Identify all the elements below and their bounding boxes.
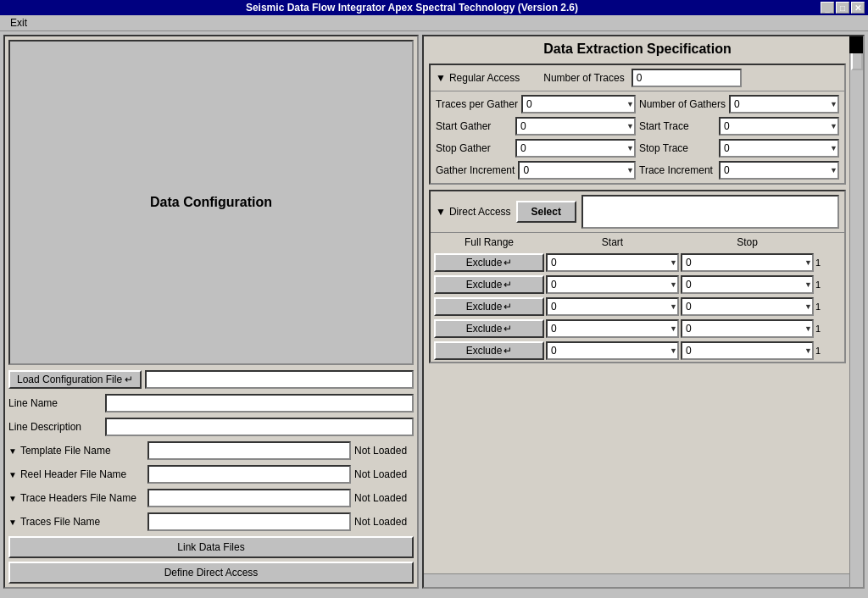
stop-header: Stop xyxy=(681,235,814,250)
regular-access-label: Regular Access xyxy=(449,72,520,84)
num-traces-input[interactable] xyxy=(632,69,742,87)
close-button[interactable]: ✕ xyxy=(851,2,865,14)
stop-trace-input[interactable] xyxy=(719,139,839,158)
range-stop-input-0[interactable] xyxy=(681,253,814,272)
right-panel: Data Extraction Specification ▼ Regular … xyxy=(422,35,865,589)
traces-chevron-icon: ▼ xyxy=(8,518,17,527)
trace-headers-toggle[interactable]: ▼ Trace Headers File Name xyxy=(8,492,144,504)
template-file-input[interactable] xyxy=(147,441,351,460)
range-start-input-0[interactable] xyxy=(546,253,679,272)
start-gather-field: Start Gather ▼ xyxy=(436,117,636,136)
range-end-4: 1 xyxy=(815,346,841,356)
line-desc-label: Line Description xyxy=(8,421,102,433)
h-scrollbar-track[interactable] xyxy=(424,575,863,587)
select-button[interactable]: Select xyxy=(516,201,576,223)
range-stop-input-4[interactable] xyxy=(681,341,814,360)
start-gather-input[interactable] xyxy=(515,117,636,136)
range-stop-input-2[interactable] xyxy=(681,297,814,316)
load-config-input[interactable] xyxy=(145,370,414,389)
range-stop-input-3[interactable] xyxy=(681,319,814,338)
data-config-area: Data Configuration xyxy=(8,40,414,365)
exclude-button-4[interactable]: Exclude ↵ xyxy=(434,341,544,360)
regular-access-row: ▼ Regular Access Number of Traces xyxy=(431,65,844,91)
range-end-0: 1 xyxy=(815,257,841,268)
minimize-button[interactable]: _ xyxy=(821,2,834,14)
traces-per-gather-label: Traces per Gather xyxy=(436,98,518,110)
range-end-2: 1 xyxy=(815,302,841,312)
exclude-label-2: Exclude xyxy=(466,301,503,313)
line-desc-input[interactable] xyxy=(105,418,414,436)
exclude-arrow-icon-2: ↵ xyxy=(504,301,512,313)
traces-per-gather-input[interactable] xyxy=(521,95,636,114)
direct-access-label: Direct Access xyxy=(449,206,511,218)
range-start-input-4[interactable] xyxy=(546,341,679,360)
bottom-buttons: Link Data Files Define Direct Access xyxy=(8,536,414,584)
regular-access-chevron-icon: ▼ xyxy=(436,72,446,84)
exit-menu-item[interactable]: Exit xyxy=(3,15,34,30)
trace-increment-label: Trace Increment xyxy=(639,164,715,176)
range-start-input-1[interactable] xyxy=(546,275,679,294)
range-start-input-3[interactable] xyxy=(546,319,679,338)
title-bar: Seismic Data Flow Integrator Apex Spectr… xyxy=(0,0,868,15)
link-data-files-button[interactable]: Link Data Files xyxy=(8,536,414,558)
line-name-input[interactable] xyxy=(105,394,414,413)
num-gathers-input[interactable] xyxy=(729,95,839,114)
range-row-0: Exclude ↵ ▼ ▼ 1 xyxy=(431,252,844,274)
range-row-4: Exclude ↵ ▼ ▼ 1 xyxy=(431,340,844,362)
load-config-button[interactable]: Load Configuration File ↵ xyxy=(8,370,142,389)
gather-increment-field: Gather Increment ▼ xyxy=(436,161,636,180)
reel-header-label: Reel Header File Name xyxy=(20,468,126,480)
exclude-button-0[interactable]: Exclude ↵ xyxy=(434,253,544,272)
direct-access-toggle[interactable]: ▼ Direct Access xyxy=(436,206,511,218)
stop-trace-label: Stop Trace xyxy=(639,142,715,154)
template-file-toggle[interactable]: ▼ Template File Name xyxy=(8,445,144,457)
exclude-button-1[interactable]: Exclude ↵ xyxy=(434,275,544,294)
start-trace-field: Start Trace ▼ xyxy=(639,117,839,136)
start-trace-input[interactable] xyxy=(719,117,839,136)
line-name-label: Line Name xyxy=(8,397,102,409)
num-traces-label: Number of Traces xyxy=(543,72,624,84)
range-end-3: 1 xyxy=(815,324,841,334)
traces-file-toggle[interactable]: ▼ Traces File Name xyxy=(8,516,144,528)
define-direct-access-button[interactable]: Define Direct Access xyxy=(8,562,414,584)
template-chevron-icon: ▼ xyxy=(8,446,17,456)
gather-increment-input[interactable] xyxy=(518,161,636,180)
exclude-label-3: Exclude xyxy=(466,323,503,335)
maximize-button[interactable]: □ xyxy=(836,2,849,14)
exclude-label-0: Exclude xyxy=(466,257,503,269)
reel-header-input[interactable] xyxy=(147,465,351,484)
direct-access-chevron-icon: ▼ xyxy=(436,206,446,218)
trace-increment-input[interactable] xyxy=(719,161,839,180)
main-content: Data Configuration Load Configuration Fi… xyxy=(0,31,868,592)
direct-access-header: ▼ Direct Access Select xyxy=(431,191,844,233)
trace-headers-row: ▼ Trace Headers File Name Not Loaded xyxy=(8,489,414,507)
exclude-button-2[interactable]: Exclude ↵ xyxy=(434,297,544,316)
trace-headers-input[interactable] xyxy=(147,489,351,507)
trace-headers-chevron-icon: ▼ xyxy=(8,494,17,503)
direct-access-section: ▼ Direct Access Select Full Range Start … xyxy=(429,190,846,363)
reel-header-toggle[interactable]: ▼ Reel Header File Name xyxy=(8,468,144,480)
start-trace-label: Start Trace xyxy=(639,120,715,132)
traces-file-status: Not Loaded xyxy=(354,516,414,528)
start-gather-label: Start Gather xyxy=(436,120,512,132)
exclude-arrow-icon-4: ↵ xyxy=(504,345,512,357)
regular-access-toggle[interactable]: ▼ Regular Access xyxy=(436,72,520,84)
exclude-arrow-icon-1: ↵ xyxy=(504,279,512,291)
line-desc-row: Line Description xyxy=(8,418,414,436)
exclude-button-3[interactable]: Exclude ↵ xyxy=(434,319,544,338)
traces-file-input[interactable] xyxy=(147,512,351,531)
stop-gather-input[interactable] xyxy=(515,139,636,158)
template-file-row: ▼ Template File Name Not Loaded xyxy=(8,441,414,460)
regular-access-grid: Traces per Gather ▼ Number of Gathers ▼ xyxy=(431,91,844,183)
direct-access-input[interactable] xyxy=(581,195,839,229)
range-start-input-2[interactable] xyxy=(546,297,679,316)
reel-header-row: ▼ Reel Header File Name Not Loaded xyxy=(8,465,414,484)
regular-access-section: ▼ Regular Access Number of Traces Traces… xyxy=(429,64,846,185)
gather-increment-label: Gather Increment xyxy=(436,164,515,176)
template-file-status: Not Loaded xyxy=(354,445,414,457)
vertical-scrollbar[interactable] xyxy=(849,36,863,587)
menu-bar: Exit xyxy=(0,15,868,31)
title-bar-buttons: _ □ ✕ xyxy=(821,2,865,14)
range-stop-input-1[interactable] xyxy=(681,275,814,294)
horizontal-scrollbar[interactable] xyxy=(424,573,863,587)
